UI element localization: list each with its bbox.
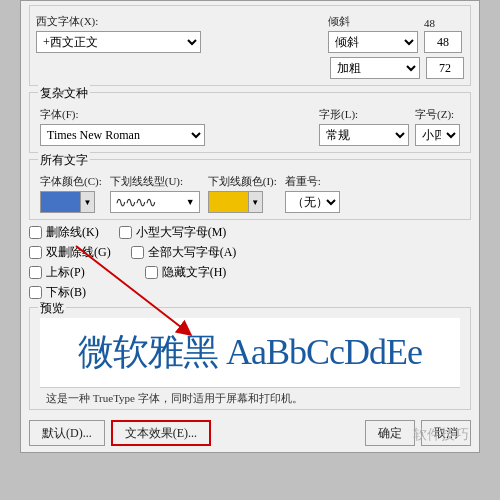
double-strikethrough-label: 双删除线(G) bbox=[46, 244, 111, 261]
complex-font-section: 复杂文种 字体(F): Times New Roman 字形(L): 常规 字号… bbox=[29, 92, 471, 153]
small-caps-checkbox[interactable] bbox=[119, 226, 132, 239]
preview-text: 微软雅黑 AaBbCcDdEe bbox=[78, 328, 422, 377]
western-font-label: 西文字体(X): bbox=[36, 14, 322, 29]
underline-dropdown-arrow: ▼ bbox=[186, 197, 195, 207]
watermark-text: 软件技巧 bbox=[413, 426, 469, 444]
western-font-section: 西文字体(X): +西文正文 倾斜 倾斜 48 加粗 bbox=[29, 5, 471, 86]
all-caps-checkbox[interactable] bbox=[131, 246, 144, 259]
complex-size-select[interactable]: 小四 bbox=[415, 124, 460, 146]
complex-size-label: 字号(Z): bbox=[415, 107, 460, 122]
complex-style-label: 字形(L): bbox=[319, 107, 409, 122]
western-style-select[interactable]: 倾斜 bbox=[328, 31, 418, 53]
underline-color-dropdown-arrow[interactable]: ▼ bbox=[248, 192, 262, 212]
underline-type-button[interactable]: ∿∿∿∿ ▼ bbox=[110, 191, 200, 213]
all-caps-checkbox-item: 全部大写字母(A) bbox=[131, 244, 237, 261]
all-text-label: 所有文字 bbox=[38, 152, 90, 169]
hidden-label: 隐藏文字(H) bbox=[162, 264, 227, 281]
western-font-select[interactable]: +西文正文 bbox=[36, 31, 201, 53]
preview-section: 预览 微软雅黑 AaBbCcDdEe 这是一种 TrueType 字体，同时适用… bbox=[29, 307, 471, 410]
underline-color-swatch bbox=[209, 192, 248, 212]
emphasis-label: 着重号: bbox=[285, 174, 340, 189]
preview-section-label: 预览 bbox=[38, 300, 66, 317]
all-text-section: 所有文字 字体颜色(C): ▼ 下划线线型(U): ∿∿∿∿ ▼ 下划线颜色(I… bbox=[29, 159, 471, 220]
preview-desc: 这是一种 TrueType 字体，同时适用于屏幕和打印机。 bbox=[40, 388, 460, 409]
western-size2-input[interactable] bbox=[426, 57, 464, 79]
western-style-label: 倾斜 bbox=[328, 14, 418, 29]
small-caps-label: 小型大写字母(M) bbox=[136, 224, 227, 241]
complex-font-label: 字体(F): bbox=[40, 107, 313, 122]
font-color-dropdown-arrow[interactable]: ▼ bbox=[80, 192, 94, 212]
complex-font-section-label: 复杂文种 bbox=[38, 85, 90, 102]
font-color-swatch bbox=[41, 192, 80, 212]
strikethrough-label: 删除线(K) bbox=[46, 224, 99, 241]
strikethrough-checkbox[interactable] bbox=[29, 226, 42, 239]
default-button[interactable]: 默认(D)... bbox=[29, 420, 105, 446]
font-color-button[interactable]: ▼ bbox=[40, 191, 95, 213]
superscript-checkbox-item: 上标(P) bbox=[29, 264, 85, 281]
button-row: 默认(D)... 文本效果(E)... 确定 取消 软件技巧 bbox=[21, 414, 479, 452]
subscript-checkbox[interactable] bbox=[29, 286, 42, 299]
double-strikethrough-checkbox-item: 双删除线(G) bbox=[29, 244, 111, 261]
subscript-label: 下标(B) bbox=[46, 284, 86, 301]
underline-wave-icon: ∿∿∿∿ bbox=[115, 194, 155, 211]
emphasis-select[interactable]: （无） bbox=[285, 191, 340, 213]
subscript-checkbox-item: 下标(B) bbox=[29, 284, 86, 301]
underline-color-button[interactable]: ▼ bbox=[208, 191, 263, 213]
double-strikethrough-checkbox[interactable] bbox=[29, 246, 42, 259]
all-caps-label: 全部大写字母(A) bbox=[148, 244, 237, 261]
underline-type-label: 下划线线型(U): bbox=[110, 174, 200, 189]
ok-button[interactable]: 确定 bbox=[365, 420, 415, 446]
strikethrough-checkbox-item: 删除线(K) bbox=[29, 224, 99, 241]
effects-section: 删除线(K) 小型大写字母(M) 双删除线(G) 全部大写字母(A) 上标(P) bbox=[29, 224, 471, 301]
hidden-checkbox[interactable] bbox=[145, 266, 158, 279]
western-size-label: 48 bbox=[424, 17, 464, 29]
underline-color-label: 下划线颜色(I): bbox=[208, 174, 277, 189]
superscript-checkbox[interactable] bbox=[29, 266, 42, 279]
hidden-checkbox-item: 隐藏文字(H) bbox=[145, 264, 227, 281]
complex-style-select[interactable]: 常规 bbox=[319, 124, 409, 146]
small-caps-checkbox-item: 小型大写字母(M) bbox=[119, 224, 227, 241]
western-style2-select[interactable]: 加粗 bbox=[330, 57, 420, 79]
western-size-input[interactable] bbox=[424, 31, 462, 53]
preview-box: 微软雅黑 AaBbCcDdEe bbox=[40, 318, 460, 388]
complex-font-select[interactable]: Times New Roman bbox=[40, 124, 205, 146]
font-dialog: 西文字体(X): +西文正文 倾斜 倾斜 48 加粗 bbox=[20, 0, 480, 453]
superscript-label: 上标(P) bbox=[46, 264, 85, 281]
text-effect-button[interactable]: 文本效果(E)... bbox=[111, 420, 211, 446]
color-label: 字体颜色(C): bbox=[40, 174, 102, 189]
